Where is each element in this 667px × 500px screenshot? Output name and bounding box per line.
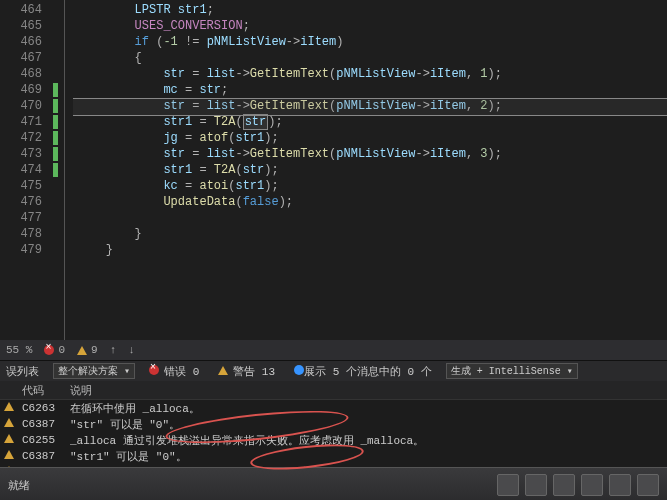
change-markers: [50, 0, 64, 340]
line-number: 470: [0, 98, 42, 114]
task-button[interactable]: [525, 474, 547, 496]
error-code: C6255: [18, 466, 70, 467]
warning-icon: [218, 366, 228, 375]
task-button[interactable]: [609, 474, 631, 496]
error-description: "str" 可以是 "0"。: [70, 417, 667, 432]
line-number: 475: [0, 178, 42, 194]
zoom-level[interactable]: 55 %: [6, 344, 32, 356]
col-code[interactable]: 代码: [18, 383, 70, 398]
code-line[interactable]: [73, 210, 667, 226]
warning-icon: [77, 346, 87, 355]
line-number: 474: [0, 162, 42, 178]
line-number: 478: [0, 226, 42, 242]
change-marker: [53, 99, 58, 113]
error-icon: [149, 365, 159, 375]
code-line[interactable]: jg = atof(str1);: [73, 130, 667, 146]
warning-icon: [4, 466, 14, 467]
code-editor[interactable]: 4644654664674684694704714724734744754764…: [0, 0, 667, 340]
error-description: _alloca 通过引发堆栈溢出异常来指示失败。应考虑改用 _malloca。: [70, 433, 667, 448]
warning-icon: [4, 402, 14, 411]
fold-outline: [64, 0, 73, 340]
warnings-filter[interactable]: 警告 13: [218, 364, 280, 379]
code-area[interactable]: LPSTR str1; USES_CONVERSION; if (-1 != p…: [73, 0, 667, 340]
status-text: 就绪: [8, 478, 30, 493]
warning-count[interactable]: 9: [77, 344, 98, 356]
change-marker: [53, 131, 58, 145]
error-list-row[interactable]: C6255_alloca 通过引发堆栈溢出异常来指示失败。应考虑改用 _mall…: [0, 432, 667, 448]
line-number-gutter: 4644654664674684694704714724734744754764…: [0, 0, 50, 340]
warning-icon: [4, 434, 14, 443]
line-number: 476: [0, 194, 42, 210]
line-number: 471: [0, 114, 42, 130]
error-code: C6387: [18, 418, 70, 430]
error-icon: [44, 345, 54, 355]
code-line[interactable]: str = list->GetItemText(pNMListView->iIt…: [73, 66, 667, 82]
change-marker: [53, 83, 58, 97]
status-bar: 55 % 0 9 ↑ ↓: [0, 340, 667, 360]
change-marker: [53, 163, 58, 177]
warning-icon: [4, 450, 14, 459]
code-line[interactable]: str1 = T2A(str);: [73, 162, 667, 178]
error-description: 在循环中使用 _alloca。: [70, 401, 667, 416]
line-number: 468: [0, 66, 42, 82]
line-number: 473: [0, 146, 42, 162]
code-line[interactable]: }: [73, 226, 667, 242]
code-line[interactable]: kc = atoi(str1);: [73, 178, 667, 194]
code-line[interactable]: if (-1 != pNMListView->iItem): [73, 34, 667, 50]
info-icon: [294, 365, 304, 375]
code-line[interactable]: USES_CONVERSION;: [73, 18, 667, 34]
nav-up-icon[interactable]: ↑: [110, 344, 117, 356]
line-number: 466: [0, 34, 42, 50]
line-number: 467: [0, 50, 42, 66]
task-button[interactable]: [497, 474, 519, 496]
source-filter-dropdown[interactable]: 生成 + IntelliSense ▾: [446, 363, 578, 379]
code-line[interactable]: str1 = T2A(str);: [73, 114, 667, 130]
error-list-row[interactable]: C6387"str1" 可以是 "0"。: [0, 448, 667, 464]
col-desc[interactable]: 说明: [70, 383, 667, 398]
warning-icon: [4, 418, 14, 427]
panel-title: 误列表: [6, 364, 39, 379]
bottom-bar: 就绪: [0, 467, 667, 500]
errors-filter[interactable]: 错误 0: [149, 364, 204, 379]
error-list-columns: 代码 说明: [0, 381, 667, 400]
line-number: 469: [0, 82, 42, 98]
code-line[interactable]: {: [73, 50, 667, 66]
line-number: 465: [0, 18, 42, 34]
line-number: 472: [0, 130, 42, 146]
error-code: C6387: [18, 450, 70, 462]
line-number: 479: [0, 242, 42, 258]
error-list-row[interactable]: C6255_alloca 通过引发堆栈溢出异常来指示失败。应考虑改用 _mall…: [0, 464, 667, 467]
error-list-row[interactable]: C6387"str" 可以是 "0"。: [0, 416, 667, 432]
line-number: 477: [0, 210, 42, 226]
error-description: "str1" 可以是 "0"。: [70, 449, 667, 464]
error-code: C6263: [18, 402, 70, 414]
change-marker: [53, 147, 58, 161]
error-list-panel[interactable]: 代码 说明 C6263在循环中使用 _alloca。C6387"str" 可以是…: [0, 381, 667, 467]
code-line[interactable]: UpdateData(false);: [73, 194, 667, 210]
messages-filter[interactable]: 展示 5 个消息中的 0 个: [294, 364, 432, 379]
change-marker: [53, 115, 58, 129]
task-button[interactable]: [637, 474, 659, 496]
code-line[interactable]: }: [73, 242, 667, 258]
scope-dropdown[interactable]: 整个解决方案 ▾: [53, 363, 135, 379]
error-list-header: 误列表 整个解决方案 ▾ 错误 0 警告 13 展示 5 个消息中的 0 个 生…: [0, 360, 667, 381]
code-line[interactable]: str = list->GetItemText(pNMListView->iIt…: [73, 98, 667, 114]
nav-down-icon[interactable]: ↓: [128, 344, 135, 356]
task-button[interactable]: [581, 474, 603, 496]
line-number: 464: [0, 2, 42, 18]
code-line[interactable]: str = list->GetItemText(pNMListView->iIt…: [73, 146, 667, 162]
task-button[interactable]: [553, 474, 575, 496]
error-description: _alloca 通过引发堆栈溢出异常来指示失败。应考虑改用 _malloca。: [70, 465, 667, 468]
error-count[interactable]: 0: [44, 344, 65, 356]
code-line[interactable]: mc = str;: [73, 82, 667, 98]
error-code: C6255: [18, 434, 70, 446]
error-list-row[interactable]: C6263在循环中使用 _alloca。: [0, 400, 667, 416]
code-line[interactable]: LPSTR str1;: [73, 2, 667, 18]
